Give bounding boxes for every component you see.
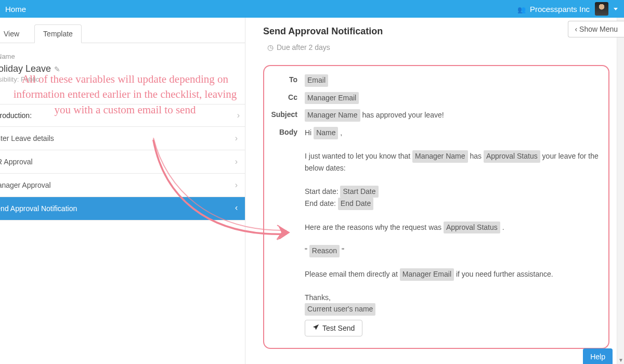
org-switcher[interactable]: Processpants Inc xyxy=(517,5,590,14)
sidebar-item-label: HR Approval xyxy=(0,158,33,166)
variable-tag[interactable]: Start Date xyxy=(340,186,378,198)
sidebar-item-label: Enter Leave details xyxy=(0,134,54,142)
variable-tag[interactable]: Reason xyxy=(309,245,340,257)
user-menu-caret[interactable] xyxy=(614,8,618,10)
chevron-left-icon: › xyxy=(235,204,238,213)
show-menu-label: Show Menu xyxy=(579,25,618,33)
top-bar: Home Processpants Inc xyxy=(0,0,624,18)
chevron-right-icon: › xyxy=(237,111,240,120)
section-heading[interactable]: Introduction: › xyxy=(0,104,245,127)
sidebar-item-enter-leave[interactable]: Enter Leave details › xyxy=(0,127,245,150)
variable-tag[interactable]: Manager Email xyxy=(400,268,454,281)
variable-tag[interactable]: End Date xyxy=(338,198,373,210)
section-heading-label: Introduction: xyxy=(0,111,32,120)
body-label: Body xyxy=(269,127,305,336)
tab-template[interactable]: Template xyxy=(34,24,82,43)
subject-label: Subject xyxy=(269,109,305,122)
due-text: Due after 2 days xyxy=(277,43,330,51)
send-icon xyxy=(313,324,319,332)
sidebar-item-label: Send Approval Notification xyxy=(0,204,77,213)
to-field[interactable]: Email xyxy=(305,74,600,87)
visibility-text: Visibility: Public xyxy=(0,75,245,83)
name-label: Name xyxy=(0,53,245,60)
tabs: View Template xyxy=(0,18,245,43)
cc-label: Cc xyxy=(269,92,305,105)
body-field[interactable]: Hi Name , I just wanted to let you know … xyxy=(305,127,600,336)
clock-icon: ◷ xyxy=(267,43,274,51)
page-title: Send Approval Notification xyxy=(263,26,613,37)
variable-tag[interactable]: Manager Name xyxy=(412,150,468,163)
sidebar-item-send-approval[interactable]: Send Approval Notification › xyxy=(0,197,245,220)
email-widget: To Email Cc Manager Email Subject Manage… xyxy=(263,65,609,349)
org-name: Processpants Inc xyxy=(530,5,590,14)
sidebar: View Template Name Holiday Leave ✎ Visib… xyxy=(0,18,245,364)
sidebar-item-hr-approval[interactable]: HR Approval › xyxy=(0,150,245,174)
test-send-button[interactable]: Test Send xyxy=(305,320,362,336)
help-button[interactable]: Help xyxy=(583,348,613,364)
home-link[interactable]: Home xyxy=(0,5,31,14)
avatar[interactable] xyxy=(595,2,608,16)
sidebar-item-manager-approval[interactable]: Manager Approval › xyxy=(0,174,245,197)
show-menu-button[interactable]: ‹ Show Menu xyxy=(568,21,624,37)
variable-tag[interactable]: Approval Status xyxy=(444,222,500,234)
to-label: To xyxy=(269,74,305,87)
tab-view[interactable]: View xyxy=(0,24,28,43)
scroll-down-icon[interactable]: ▼ xyxy=(617,356,624,364)
sidebar-item-label: Manager Approval xyxy=(0,181,51,189)
cc-field[interactable]: Manager Email xyxy=(305,92,600,105)
variable-tag[interactable]: Approval Status xyxy=(484,150,540,163)
chevron-right-icon: › xyxy=(235,134,238,143)
variable-tag[interactable]: Manager Name xyxy=(305,109,360,122)
chevron-left-icon: ‹ xyxy=(575,25,577,33)
pencil-icon[interactable]: ✎ xyxy=(54,65,60,73)
test-send-label: Test Send xyxy=(322,324,355,332)
chevron-right-icon: › xyxy=(235,180,238,190)
variable-tag[interactable]: Name xyxy=(314,127,338,139)
variable-tag[interactable]: Email xyxy=(305,74,328,87)
due-indicator[interactable]: ◷ Due after 2 days xyxy=(267,43,613,51)
subject-field[interactable]: Manager Name has approved your leave! xyxy=(305,109,600,122)
template-title: Holiday Leave xyxy=(0,63,51,74)
variable-tag[interactable]: Current user's name xyxy=(305,303,375,316)
people-icon xyxy=(517,5,527,14)
variable-tag[interactable]: Manager Email xyxy=(305,92,359,105)
main-panel: ▲ ▼ ‹ Show Menu Send Approval Notificati… xyxy=(245,18,624,364)
chevron-right-icon: › xyxy=(235,157,238,166)
scrollbar[interactable]: ▲ ▼ xyxy=(617,18,624,364)
